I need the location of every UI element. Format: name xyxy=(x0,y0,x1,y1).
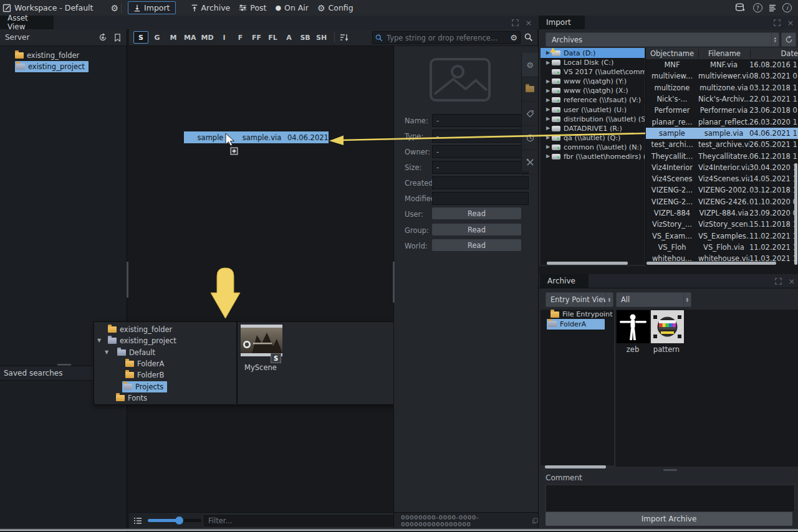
user-permission-button[interactable]: Read xyxy=(432,207,521,219)
world-permission-button[interactable]: Read xyxy=(432,239,521,251)
filter-fonts-button[interactable]: F xyxy=(233,31,248,44)
search-options-gear-icon[interactable]: ⚙ xyxy=(510,34,517,42)
column-objectname[interactable]: Objectname xyxy=(646,49,698,58)
table-row[interactable]: test_archi...test_archive.via26.05.2021 … xyxy=(646,139,798,150)
filter-geometry-button[interactable]: G xyxy=(150,31,165,44)
table-row[interactable]: Viz4InteriorViz4Interior.via30.04.2020 1 xyxy=(646,162,798,173)
table-row[interactable]: MNFMNF.via16.08.2016 1 xyxy=(646,59,798,70)
drive-item[interactable]: ▶DATADRIVE1 (R:) xyxy=(541,124,645,133)
sort-icon[interactable] xyxy=(340,33,349,42)
table-row[interactable]: VIZPL-884VIZPL-884.via23.09.2020 0 xyxy=(646,207,798,219)
table-row[interactable]: VS_FlohVS_Floh.via11.02.2021 1 xyxy=(646,242,798,253)
drive-item[interactable]: ▶qa (\\autlet) (Q:) xyxy=(541,133,645,143)
expand-icon[interactable]: ▶ xyxy=(544,98,552,103)
help-icon[interactable]: ? xyxy=(753,3,762,12)
filter-sh-button[interactable]: SH xyxy=(314,31,329,44)
expand-icon[interactable]: ▶ xyxy=(544,60,552,65)
table-row[interactable]: Theycallit...Theycallitatre...06.12.2018… xyxy=(646,150,798,161)
archive-items-area[interactable]: zeb pattern xyxy=(615,310,798,467)
tab-archive[interactable]: Archive xyxy=(540,274,589,288)
expand-icon[interactable]: ▶ xyxy=(544,154,552,159)
archive-tree-hscrollbar[interactable] xyxy=(545,465,606,468)
refresh-search-icon[interactable] xyxy=(99,33,107,42)
nav-config-button[interactable]: ⚙ Config xyxy=(317,3,353,12)
log-list-icon[interactable] xyxy=(768,4,777,12)
filter-input[interactable] xyxy=(203,514,401,528)
filter-audio-button[interactable]: A xyxy=(282,31,297,44)
expand-icon[interactable]: ▶ xyxy=(544,79,552,84)
close-icon[interactable]: × xyxy=(786,17,796,27)
nav-import-button[interactable]: Import xyxy=(128,1,176,14)
group-permission-button[interactable]: Read xyxy=(432,224,521,235)
db-search-icon[interactable] xyxy=(524,33,533,42)
tree-item-existing-project[interactable]: existing_project xyxy=(0,61,127,72)
table-row[interactable]: VIZENG-2...VIZENG-2426...01.10.2020 0 xyxy=(646,196,798,207)
info-icon[interactable]: i xyxy=(782,3,792,12)
table-row[interactable]: planar_re...planar_reflect...26.03.2020 … xyxy=(646,116,798,127)
expand-icon[interactable]: ▶ xyxy=(544,107,552,112)
filter-ma-button[interactable]: MA xyxy=(182,31,198,44)
drive-item[interactable]: ▶common (\\autlet) (N:) xyxy=(541,143,645,152)
expand-icon[interactable]: ▶ xyxy=(544,135,552,140)
tree-hscrollbar[interactable] xyxy=(547,262,628,265)
tree-item-fonts[interactable]: Fonts xyxy=(94,392,412,404)
drive-item[interactable]: ▶www (\\qatgh) (X:) xyxy=(541,86,645,95)
workspace-gear-icon[interactable]: ⚙ xyxy=(110,4,118,12)
expand-icon[interactable]: ▶ xyxy=(544,116,552,121)
nav-post-button[interactable]: Post xyxy=(239,3,266,12)
maximize-icon[interactable] xyxy=(772,17,782,27)
drive-item[interactable]: ▶www (\\qatgh) (Y:) xyxy=(541,77,645,86)
maximize-icon[interactable] xyxy=(510,17,520,27)
tree-item-projects[interactable]: Projects xyxy=(94,381,412,392)
table-row[interactable]: VS_Exam...VS_Examples....11.02.2021 1 xyxy=(646,230,798,241)
drive-item[interactable]: ▶fbr (\\autlet\homedirs) ( xyxy=(541,152,645,161)
copy-icon[interactable] xyxy=(532,517,538,525)
expanded-icon[interactable]: ▼ xyxy=(103,350,110,355)
table-hscrollbar[interactable] xyxy=(647,262,776,265)
tools-icon[interactable] xyxy=(522,150,538,174)
entry-point-view-dropdown[interactable]: Entry Point View ▴▾ xyxy=(546,292,613,307)
scene-thumbnail[interactable]: S xyxy=(241,325,282,357)
nav-onair-button[interactable]: ● On Air xyxy=(275,3,309,12)
archives-dropdown[interactable]: Archives ▴▾ xyxy=(546,32,779,47)
table-row[interactable]: Nick's-...Nick's-Archiv...22.01.2021 1 xyxy=(646,93,798,105)
filter-materials-button[interactable]: M xyxy=(166,31,181,44)
maximize-icon[interactable] xyxy=(773,276,783,286)
column-date[interactable]: Date xyxy=(750,49,798,58)
panel-splitter-handle[interactable] xyxy=(127,262,128,298)
table-row[interactable]: multizonemultizone.via03.12.2018 1 xyxy=(646,82,798,93)
filter-fl-button[interactable]: FL xyxy=(266,31,281,44)
table-row[interactable]: VIZENG-2...VIZENG-2002...03.12.2018 1 xyxy=(646,184,798,196)
expand-icon[interactable]: ▶ xyxy=(544,145,552,150)
drive-item[interactable]: ▶user (\\autlet) (U:) xyxy=(541,105,645,114)
expand-icon[interactable]: ▶ xyxy=(544,126,552,131)
search-input[interactable] xyxy=(385,33,507,43)
table-row[interactable]: VizStory_...VizStory_scen...15.11.2018 1 xyxy=(646,219,798,230)
filter-images-button[interactable]: I xyxy=(217,31,232,44)
import-archive-button[interactable]: Import Archive xyxy=(546,512,792,526)
expanded-icon[interactable]: ▼ xyxy=(95,338,103,343)
tree-item-foldera[interactable]: FolderA xyxy=(541,320,614,330)
tree-item-existing-folder[interactable]: existing_folder xyxy=(0,50,127,61)
keywords-tag-icon[interactable] xyxy=(522,102,538,126)
item-thumbnail-pattern[interactable] xyxy=(651,310,684,343)
thumbnail-size-slider[interactable] xyxy=(148,519,201,522)
close-icon[interactable]: × xyxy=(524,17,534,27)
tree-item-file-entrypoint[interactable]: File Entrypoint xyxy=(541,310,614,320)
filter-sb-button[interactable]: SB xyxy=(298,31,313,44)
history-clock-icon[interactable] xyxy=(522,126,538,150)
settings-gears-icon[interactable]: ⚙ xyxy=(522,53,538,77)
table-header[interactable]: Objectname Filename Date xyxy=(646,48,798,59)
tab-asset-view[interactable]: Asset View xyxy=(0,16,54,29)
bookmark-icon[interactable] xyxy=(113,34,122,42)
list-view-icon[interactable] xyxy=(133,516,142,525)
tab-import[interactable]: Import xyxy=(539,16,585,29)
workspace-selector[interactable]: Workspace - Default xyxy=(2,3,93,12)
table-row[interactable]: PerformerPerformer.via23.06.2018 0 xyxy=(646,105,798,116)
drive-item[interactable]: ▶reference (\\fsaut) (V:) xyxy=(541,95,645,105)
drive-item[interactable]: ▶distribution (\\autlet) (S: xyxy=(541,115,645,124)
filter-all-dropdown[interactable]: All ▴▾ xyxy=(616,292,691,307)
slider-thumb[interactable] xyxy=(175,516,183,525)
asset-browser-area[interactable] xyxy=(129,46,393,512)
drive-item[interactable]: ▶Local Disk (C:) xyxy=(541,58,645,67)
